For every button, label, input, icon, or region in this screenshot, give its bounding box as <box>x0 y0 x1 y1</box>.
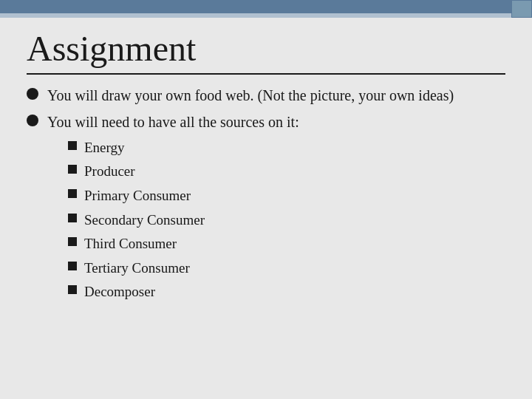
sub-item-7-text: Decomposer <box>84 282 155 302</box>
sub-bullet-icon-2 <box>68 165 77 174</box>
sub-list-item-7: Decomposer <box>68 282 299 302</box>
sub-bullet-icon-1 <box>68 141 77 150</box>
sub-item-6-text: Tertiary Consumer <box>84 259 190 279</box>
main-list: You will draw your own food web. (Not th… <box>27 85 505 307</box>
sub-list-item-1: Energy <box>68 138 299 158</box>
corner-box <box>511 0 532 18</box>
sub-item-5-text: Third Consumer <box>84 234 177 254</box>
sub-item-2-text: Producer <box>84 162 135 182</box>
sub-bullet-icon-5 <box>68 237 77 246</box>
sub-item-4-text: Secondary Consumer <box>84 211 205 231</box>
list-item-2: You will need to have all the sources on… <box>27 112 505 307</box>
sub-list-item-2: Producer <box>68 162 299 182</box>
title-divider <box>27 73 505 75</box>
list-item-1-text: You will draw your own food web. (Not th… <box>47 85 454 106</box>
sub-item-1-text: Energy <box>84 138 125 158</box>
sub-list-item-3: Primary Consumer <box>68 186 299 206</box>
sub-bullet-icon-6 <box>68 262 77 270</box>
sub-bullet-icon-3 <box>68 189 77 198</box>
top-bar <box>0 0 532 13</box>
bullet-icon-1 <box>27 88 38 100</box>
sub-list-item-4: Secondary Consumer <box>68 211 299 231</box>
slide-title: Assignment <box>27 30 505 69</box>
slide-content: Assignment You will draw your own food w… <box>27 30 505 384</box>
sub-list: Energy Producer Primary Consumer Se <box>68 138 299 302</box>
sub-list-item-5: Third Consumer <box>68 234 299 254</box>
sub-item-3-text: Primary Consumer <box>84 186 191 206</box>
list-item-1: You will draw your own food web. (Not th… <box>27 85 505 106</box>
slide: Assignment You will draw your own food w… <box>0 0 532 399</box>
sub-bullet-icon-7 <box>68 285 77 294</box>
top-bar-accent <box>0 13 532 18</box>
bullet-icon-2 <box>27 115 38 126</box>
sub-list-item-6: Tertiary Consumer <box>68 259 299 279</box>
list-item-2-text: You will need to have all the sources on… <box>47 114 299 130</box>
sub-bullet-icon-4 <box>68 214 77 222</box>
